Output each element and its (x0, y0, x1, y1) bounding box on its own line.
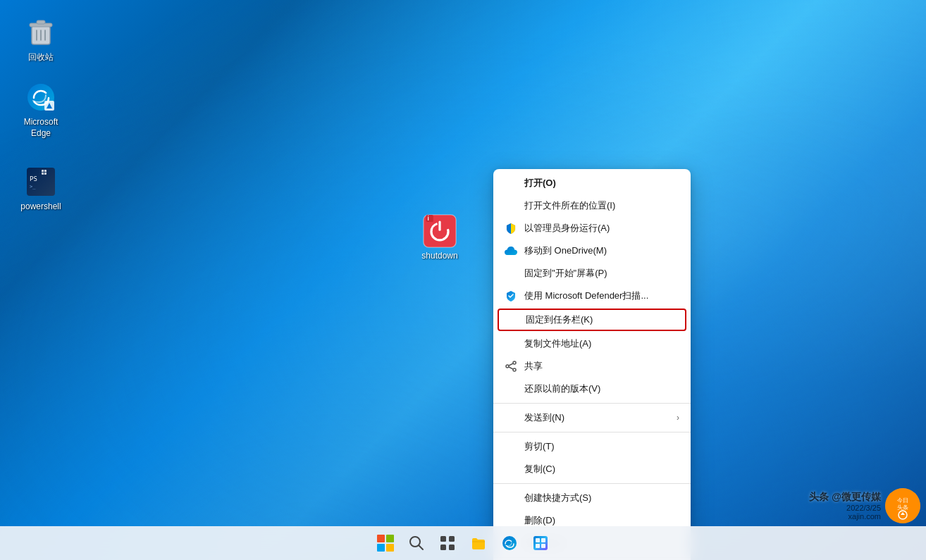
menu-item-pin-start[interactable]: 固定到"开始"屏幕(P) (493, 262, 691, 285)
taskbar-start-button[interactable] (371, 529, 400, 557)
edge-icon (24, 80, 58, 114)
menu-item-onedrive[interactable]: 移动到 OneDrive(M) (493, 239, 691, 262)
taskbar-store-button[interactable] (526, 529, 555, 557)
open-location-icon (505, 199, 517, 212)
powershell-icon: PS >_ (24, 165, 58, 199)
menu-item-cut[interactable]: 剪切(T) (493, 435, 691, 458)
menu-item-copy-path[interactable]: 复制文件地址(A) (493, 332, 691, 355)
delete-icon (505, 514, 517, 527)
restore-icon (505, 382, 517, 395)
menu-item-share[interactable]: 共享 (493, 355, 691, 378)
defender-icon (505, 290, 517, 302)
menu-item-run-admin[interactable]: 以管理员身份运行(A) (493, 217, 691, 239)
menu-item-restore-version[interactable]: 还原以前的版本(V) (493, 378, 691, 400)
desktop-icon-shutdown[interactable]: i shutdown (412, 211, 468, 265)
svg-rect-38 (541, 538, 545, 542)
create-shortcut-icon (505, 492, 517, 504)
watermark: 头条 @微更传媒 2022/3/25 xajin.com 今日 头条 (809, 488, 920, 523)
svg-text:今日: 今日 (897, 497, 908, 504)
recycle-bin-icon (24, 15, 58, 49)
taskbar-search-button[interactable] (402, 529, 431, 557)
svg-line-23 (509, 363, 513, 366)
send-to-icon (505, 411, 517, 424)
svg-text:>_: >_ (30, 184, 36, 189)
desktop-icon-powershell[interactable]: PS >_ powershell (13, 162, 69, 216)
svg-text:头条: 头条 (897, 504, 908, 511)
store-icon (533, 535, 548, 551)
send-to-arrow: › (677, 413, 679, 423)
svg-line-24 (509, 367, 513, 369)
copy-path-icon (505, 337, 517, 350)
menu-item-open-location[interactable]: 打开文件所在的位置(I) (493, 194, 691, 217)
recycle-bin-label: 回收站 (28, 52, 54, 63)
svg-rect-37 (536, 538, 540, 542)
desktop-icon-edge[interactable]: Microsoft Edge (13, 77, 69, 142)
svg-text:PS: PS (30, 175, 37, 182)
menu-item-pin-taskbar[interactable]: 固定到任务栏(K) (498, 309, 686, 331)
taskbar (0, 526, 926, 560)
separator-3 (493, 483, 691, 484)
svg-point-35 (502, 536, 517, 550)
watermark-brand: 头条 @微更传媒 (809, 491, 881, 504)
shutdown-label: shutdown (421, 251, 457, 262)
svg-rect-33 (440, 545, 446, 550)
menu-item-send-to[interactable]: 发送到(N) › (493, 406, 691, 429)
copy-icon (505, 463, 517, 475)
shield-icon (505, 222, 517, 235)
separator-1 (493, 403, 691, 404)
edge-taskbar-icon (502, 535, 517, 551)
shutdown-icon: i (423, 214, 457, 248)
search-icon (409, 535, 424, 551)
svg-point-21 (513, 368, 516, 371)
pin-taskbar-icon (506, 313, 519, 326)
windows-logo-icon (377, 535, 394, 552)
cut-icon (505, 440, 517, 453)
svg-text:i: i (427, 215, 428, 222)
pin-start-icon (505, 267, 517, 280)
svg-rect-31 (440, 536, 446, 542)
file-explorer-icon (471, 535, 486, 551)
taskview-icon (440, 535, 455, 551)
svg-rect-40 (541, 544, 545, 548)
watermark-site: xajin.com (848, 512, 881, 521)
svg-rect-34 (449, 545, 455, 550)
svg-rect-36 (533, 536, 548, 550)
menu-item-copy[interactable]: 复制(C) (493, 458, 691, 480)
separator-2 (493, 432, 691, 433)
edge-label: Microsoft Edge (16, 117, 66, 139)
desktop-icon-recycle-bin[interactable]: 回收站 (13, 13, 69, 66)
taskbar-edge-button[interactable] (495, 529, 524, 557)
desktop: 回收站 Microsoft Edge (0, 0, 926, 560)
watermark-date: 2022/3/25 (846, 504, 881, 512)
svg-rect-2 (37, 20, 45, 24)
menu-item-defender[interactable]: 使用 Microsoft Defender扫描... (493, 285, 691, 307)
share-icon (505, 360, 517, 373)
taskbar-explorer-button[interactable] (464, 529, 493, 557)
svg-point-22 (506, 365, 509, 368)
taskbar-taskview-button[interactable] (433, 529, 462, 557)
svg-point-20 (513, 361, 516, 364)
menu-item-open[interactable]: 打开(O) (493, 172, 691, 194)
watermark-logo: 今日 头条 (885, 488, 920, 523)
open-icon (505, 177, 517, 189)
svg-line-30 (419, 545, 423, 549)
menu-item-create-shortcut[interactable]: 创建快捷方式(S) (493, 487, 691, 509)
svg-rect-32 (449, 536, 455, 542)
context-menu: 打开(O) 打开文件所在的位置(I) 以管理员身份运行( (493, 169, 691, 560)
powershell-label: powershell (20, 201, 61, 213)
svg-rect-39 (536, 544, 540, 548)
onedrive-icon (505, 244, 517, 257)
